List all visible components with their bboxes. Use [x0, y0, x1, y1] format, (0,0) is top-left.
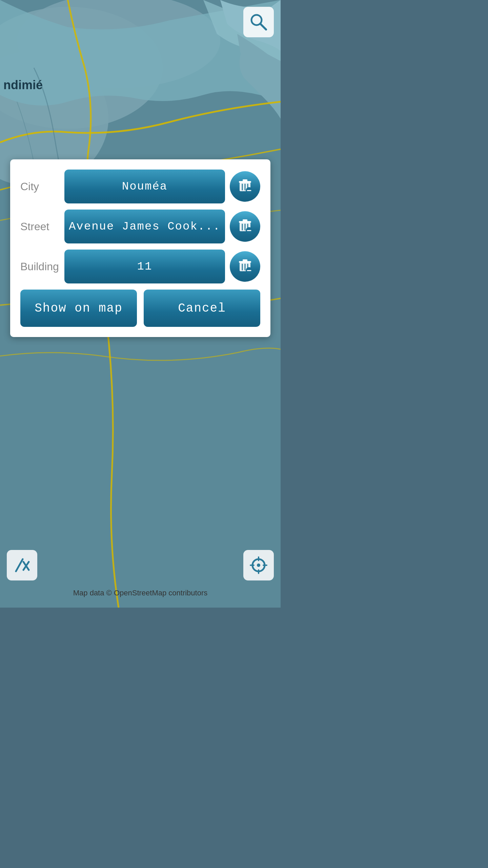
street-value-button[interactable]: Avenue James Cook...: [64, 210, 225, 243]
address-dialog: City Nouméa Street Avenue James Cook...: [10, 159, 270, 337]
city-value-button[interactable]: Nouméa: [64, 170, 225, 203]
street-label: Street: [20, 220, 64, 233]
location-icon: [249, 556, 268, 575]
map-attribution: Map data © OpenStreetMap contributors: [73, 589, 208, 597]
search-button[interactable]: [243, 7, 274, 37]
street-row: Street Avenue James Cook...: [20, 210, 260, 243]
svg-line-5: [260, 24, 266, 29]
building-label: Building: [20, 260, 64, 273]
building-row: Building 11: [20, 250, 260, 283]
svg-rect-16: [243, 219, 247, 221]
building-value-button[interactable]: 11: [64, 250, 225, 283]
city-row: City Nouméa: [20, 170, 260, 203]
trash-icon: [236, 178, 254, 195]
cancel-button[interactable]: Cancel: [144, 290, 260, 327]
svg-line-30: [16, 559, 23, 571]
map-place-label: ndimié: [3, 78, 43, 92]
action-buttons: Show on map Cancel: [20, 290, 260, 327]
location-button[interactable]: [243, 550, 274, 580]
building-delete-button[interactable]: [230, 251, 260, 282]
svg-point-34: [257, 564, 260, 567]
trash-icon: [236, 258, 254, 275]
svg-rect-8: [243, 179, 247, 181]
city-label: City: [20, 180, 64, 193]
svg-rect-24: [243, 259, 247, 261]
street-delete-button[interactable]: [230, 211, 260, 242]
show-on-map-button[interactable]: Show on map: [20, 290, 137, 327]
edit-tool-button[interactable]: [7, 550, 37, 580]
trash-icon: [236, 218, 254, 235]
pencil-cross-icon: [13, 556, 32, 575]
city-delete-button[interactable]: [230, 171, 260, 202]
search-icon: [249, 13, 268, 32]
